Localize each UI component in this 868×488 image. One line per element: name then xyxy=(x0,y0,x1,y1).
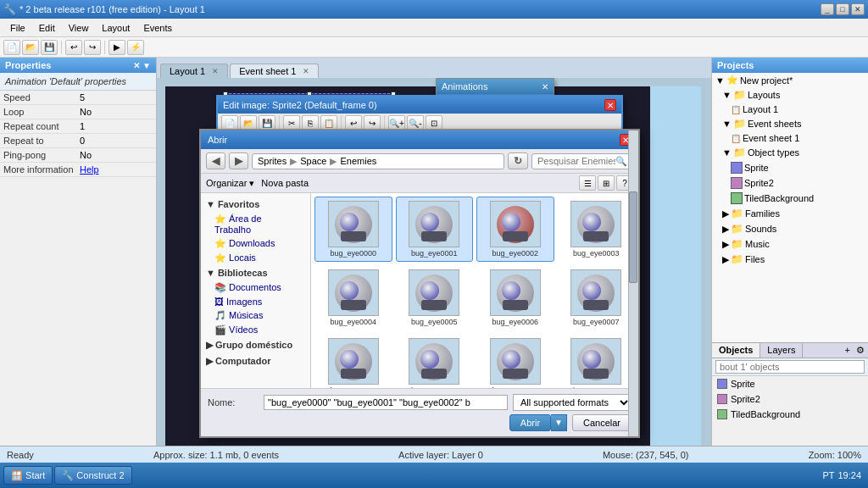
menu-events[interactable]: Events xyxy=(136,21,179,35)
file-bug-eye0010[interactable]: bug_eye0010 xyxy=(476,334,554,388)
view-grid-btn[interactable]: ⊞ xyxy=(598,175,615,191)
bug-eye-img-0006 xyxy=(497,274,534,312)
file-bug-eye0003[interactable]: bug_eye0003 xyxy=(558,197,636,262)
new-folder-btn[interactable]: Nova pasta xyxy=(261,178,309,188)
tree-tiledbg[interactable]: TiledBackground xyxy=(712,191,868,206)
menu-file[interactable]: File xyxy=(3,21,32,35)
files-scrollbar[interactable] xyxy=(628,130,638,436)
file-dialog-files-area[interactable]: bug_eye0000 bug_eye0001 xyxy=(311,193,638,388)
tab-layout1[interactable]: Layout 1 ✕ xyxy=(160,64,228,78)
cancel-button[interactable]: Cancelar xyxy=(572,414,632,431)
search-input[interactable] xyxy=(537,156,615,166)
tree-root[interactable]: ▼ ⭐ New project* xyxy=(712,73,868,87)
obj-tiledbg[interactable]: TiledBackground xyxy=(712,407,868,422)
nav-forward-btn[interactable]: ▶ xyxy=(229,152,248,169)
play-btn[interactable]: ▶ xyxy=(108,40,125,55)
menu-layout[interactable]: Layout xyxy=(95,21,136,35)
close-button[interactable]: ✕ xyxy=(851,3,865,15)
sidebar-musicas[interactable]: 🎵 Músicas xyxy=(201,308,310,323)
status-bar: Ready Approx. size: 1.1 mb, 0 events Act… xyxy=(0,446,868,463)
prop-more-info: More information Help xyxy=(0,163,156,177)
tree-files[interactable]: ▶ 📁 Files xyxy=(712,252,868,267)
sidebar-locais[interactable]: ⭐ Locais xyxy=(201,251,310,265)
tab-layout1-close[interactable]: ✕ xyxy=(212,67,219,75)
file-bug-eye0001[interactable]: bug_eye0001 xyxy=(396,197,474,262)
menu-edit[interactable]: Edit xyxy=(32,21,62,35)
tree-music[interactable]: ▶ 📁 Music xyxy=(712,236,868,252)
file-thumb-img-0004 xyxy=(328,269,379,316)
taskbar-app-btn[interactable]: 🔧 Construct 2 xyxy=(54,466,131,485)
tree-families[interactable]: ▶ 📁 Families xyxy=(712,206,868,221)
obj-settings-btn[interactable]: ⚙ xyxy=(856,345,865,355)
nav-back-btn[interactable]: ◀ xyxy=(206,152,225,169)
filename-input[interactable] xyxy=(264,395,508,410)
animations-close-btn[interactable]: ✕ xyxy=(542,82,548,92)
search-box: 🔍 xyxy=(531,153,633,169)
file-bug-eye0011[interactable]: bug_eye0011 xyxy=(558,334,636,388)
canvas-area[interactable]: Animations ✕ Default Edit image: Sprite2… xyxy=(157,78,711,452)
sidebar-desktop[interactable]: ⭐ Área de Trabalho xyxy=(201,212,310,236)
organize-btn[interactable]: Organizar ▾ xyxy=(206,178,254,189)
view-list-btn[interactable]: ☰ xyxy=(579,175,596,191)
sidebar-videos[interactable]: 🎬 Vídeos xyxy=(201,323,310,337)
sidebar-downloads[interactable]: ⭐ Downloads xyxy=(201,236,310,251)
sidebar-documentos[interactable]: 📚 Documentos xyxy=(201,280,310,295)
tree-layouts[interactable]: ▼ 📁 Layouts xyxy=(712,87,868,103)
properties-close-btn[interactable]: ✕ ▼ xyxy=(133,61,151,70)
save-btn[interactable]: 💾 xyxy=(41,40,58,55)
tab-event-sheet1[interactable]: Event sheet 1 ✕ xyxy=(230,64,319,78)
tab-layers[interactable]: Layers xyxy=(760,343,803,358)
obj-search-input[interactable] xyxy=(715,360,865,374)
nav-refresh-btn[interactable]: ↻ xyxy=(508,152,528,169)
open-btn[interactable]: 📂 xyxy=(22,40,39,55)
maximize-button[interactable]: □ xyxy=(836,3,849,15)
edit-image-title-bar: Edit image: Sprite2 (Default_frame 0) ✕ xyxy=(218,97,621,114)
open-dropdown-arrow[interactable]: ▼ xyxy=(551,414,567,431)
tree-event-sheets[interactable]: ▼ 📁 Event sheets xyxy=(712,116,868,131)
favoritos-label: Favoritos xyxy=(218,199,260,209)
edit-image-close-btn[interactable]: ✕ xyxy=(604,99,616,111)
file-thumb-img-0005 xyxy=(409,269,459,316)
file-bug-eye0008[interactable]: bug_eye0008 xyxy=(314,334,392,388)
breadcrumb-space[interactable]: Space xyxy=(300,156,326,166)
chevron-right-icon: ▶ xyxy=(206,340,213,350)
redo-btn[interactable]: ↪ xyxy=(84,40,101,55)
tree-sprite[interactable]: Sprite xyxy=(712,160,868,175)
run-btn[interactable]: ⚡ xyxy=(127,40,144,55)
start-button[interactable]: 🪟 Start xyxy=(3,466,53,485)
new-btn[interactable]: 📄 xyxy=(3,40,20,55)
menu-view[interactable]: View xyxy=(62,21,96,35)
help-link[interactable]: Help xyxy=(80,164,99,175)
format-select[interactable]: All supported formats xyxy=(513,394,632,411)
file-bug-eye0005[interactable]: bug_eye0005 xyxy=(396,265,474,330)
tree-sounds[interactable]: ▶ 📁 Sounds xyxy=(712,221,868,236)
breadcrumb-sprites[interactable]: Sprites xyxy=(258,156,287,166)
tree-object-types[interactable]: ▼ 📁 Object types xyxy=(712,145,868,160)
open-button[interactable]: Abrir xyxy=(509,414,551,431)
properties-section-label: Animation 'Default' properties xyxy=(0,73,156,91)
file-bug-eye0009[interactable]: bug_eye0009 xyxy=(396,334,474,388)
chevron-right-icon-2: ▶ xyxy=(206,356,213,366)
minimize-button[interactable]: _ xyxy=(821,3,834,15)
tab-objects[interactable]: Objects xyxy=(712,343,760,358)
chevron-down-icon: ▼ xyxy=(206,199,215,209)
tab-event-sheet1-close[interactable]: ✕ xyxy=(303,67,309,75)
tiledbg-icon xyxy=(731,192,743,204)
file-bug-eye0000[interactable]: bug_eye0000 xyxy=(314,197,392,262)
title-bar-controls: _ □ ✕ xyxy=(821,3,865,15)
file-bug-eye0007[interactable]: bug_eye0007 xyxy=(558,265,636,330)
obj-sprite[interactable]: Sprite xyxy=(712,376,868,391)
undo-btn[interactable]: ↩ xyxy=(65,40,82,55)
obj-sprite2[interactable]: Sprite2 xyxy=(712,391,868,407)
file-bug-eye0002[interactable]: bug_eye0002 xyxy=(476,197,554,262)
tree-event-sheet1[interactable]: 📋 Event sheet 1 xyxy=(712,131,868,145)
obj-add-btn[interactable]: + xyxy=(845,345,850,355)
tree-sprite2[interactable]: Sprite2 xyxy=(712,175,868,191)
tree-layout1[interactable]: 📋 Layout 1 xyxy=(712,103,868,116)
file-bug-eye0006[interactable]: bug_eye0006 xyxy=(476,265,554,330)
sidebar-imagens[interactable]: 🖼 Imagens xyxy=(201,295,310,308)
obj-tiledbg-label: TiledBackground xyxy=(731,409,800,419)
breadcrumb-enemies[interactable]: Enemies xyxy=(340,156,376,166)
file-thumb-img-0007 xyxy=(570,269,621,316)
file-bug-eye0004[interactable]: bug_eye0004 xyxy=(314,265,392,330)
